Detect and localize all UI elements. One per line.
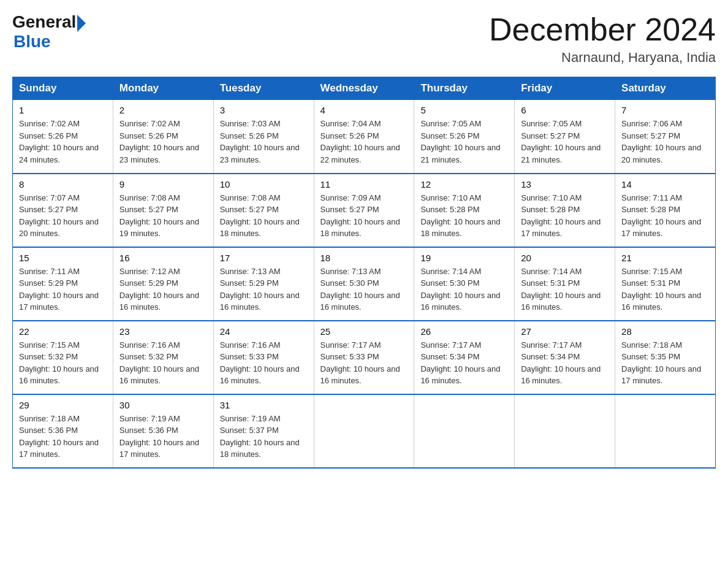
logo-general-text: General: [12, 12, 76, 32]
calendar-cell: 28 Sunrise: 7:18 AMSunset: 5:35 PMDaylig…: [615, 321, 716, 394]
day-number: 22: [19, 326, 107, 337]
calendar-cell: 18 Sunrise: 7:13 AMSunset: 5:30 PMDaylig…: [314, 247, 414, 321]
day-number: 14: [621, 179, 709, 190]
day-info: Sunrise: 7:08 AMSunset: 5:27 PMDaylight:…: [119, 193, 199, 239]
calendar-cell: [314, 394, 414, 468]
calendar-cell: 9 Sunrise: 7:08 AMSunset: 5:27 PMDayligh…: [113, 174, 213, 247]
day-number: 21: [621, 253, 709, 263]
calendar-cell: 25 Sunrise: 7:17 AMSunset: 5:33 PMDaylig…: [314, 321, 414, 394]
calendar-cell: 30 Sunrise: 7:19 AMSunset: 5:36 PMDaylig…: [113, 394, 213, 468]
day-info: Sunrise: 7:09 AMSunset: 5:27 PMDaylight:…: [320, 193, 400, 239]
day-info: Sunrise: 7:02 AMSunset: 5:26 PMDaylight:…: [19, 119, 99, 164]
calendar-cell: 1 Sunrise: 7:02 AMSunset: 5:26 PMDayligh…: [13, 100, 113, 174]
calendar-week-row: 22 Sunrise: 7:15 AMSunset: 5:32 PMDaylig…: [13, 321, 716, 394]
day-info: Sunrise: 7:04 AMSunset: 5:26 PMDaylight:…: [320, 119, 400, 164]
day-number: 17: [220, 253, 308, 263]
day-number: 30: [119, 400, 207, 410]
calendar-cell: 29 Sunrise: 7:18 AMSunset: 5:36 PMDaylig…: [13, 394, 113, 468]
day-info: Sunrise: 7:13 AMSunset: 5:29 PMDaylight:…: [220, 267, 300, 312]
day-info: Sunrise: 7:10 AMSunset: 5:28 PMDaylight:…: [420, 193, 500, 239]
calendar-cell: 24 Sunrise: 7:16 AMSunset: 5:33 PMDaylig…: [213, 321, 314, 394]
day-info: Sunrise: 7:18 AMSunset: 5:36 PMDaylight:…: [19, 414, 99, 459]
calendar-cell: 13 Sunrise: 7:10 AMSunset: 5:28 PMDaylig…: [515, 174, 615, 247]
location-title: Narnaund, Haryana, India: [489, 50, 716, 66]
day-number: 16: [119, 253, 207, 263]
day-info: Sunrise: 7:13 AMSunset: 5:30 PMDaylight:…: [320, 267, 400, 312]
weekday-header-sunday: Sunday: [13, 77, 113, 100]
calendar-cell: 8 Sunrise: 7:07 AMSunset: 5:27 PMDayligh…: [13, 174, 113, 247]
day-info: Sunrise: 7:05 AMSunset: 5:26 PMDaylight:…: [420, 119, 500, 164]
weekday-header-thursday: Thursday: [414, 77, 515, 100]
day-number: 2: [119, 105, 207, 115]
day-number: 19: [420, 253, 508, 263]
calendar-cell: 15 Sunrise: 7:11 AMSunset: 5:29 PMDaylig…: [13, 247, 113, 321]
day-info: Sunrise: 7:15 AMSunset: 5:31 PMDaylight:…: [621, 267, 701, 312]
day-info: Sunrise: 7:12 AMSunset: 5:29 PMDaylight:…: [119, 267, 199, 312]
day-number: 20: [521, 253, 609, 263]
calendar-cell: 19 Sunrise: 7:14 AMSunset: 5:30 PMDaylig…: [414, 247, 515, 321]
day-number: 23: [119, 326, 207, 337]
calendar-cell: 27 Sunrise: 7:17 AMSunset: 5:34 PMDaylig…: [515, 321, 615, 394]
day-number: 3: [220, 105, 308, 115]
day-number: 9: [119, 179, 207, 190]
day-number: 4: [320, 105, 408, 115]
calendar-cell: 22 Sunrise: 7:15 AMSunset: 5:32 PMDaylig…: [13, 321, 113, 394]
calendar-cell: 17 Sunrise: 7:13 AMSunset: 5:29 PMDaylig…: [213, 247, 314, 321]
logo: General Blue: [12, 12, 86, 52]
day-number: 6: [521, 105, 609, 115]
day-number: 24: [220, 326, 308, 337]
day-info: Sunrise: 7:05 AMSunset: 5:27 PMDaylight:…: [521, 119, 601, 164]
calendar-week-row: 15 Sunrise: 7:11 AMSunset: 5:29 PMDaylig…: [13, 247, 716, 321]
calendar-cell: 4 Sunrise: 7:04 AMSunset: 5:26 PMDayligh…: [314, 100, 414, 174]
calendar-cell: 12 Sunrise: 7:10 AMSunset: 5:28 PMDaylig…: [414, 174, 515, 247]
calendar-cell: 14 Sunrise: 7:11 AMSunset: 5:28 PMDaylig…: [615, 174, 716, 247]
day-number: 11: [320, 179, 408, 190]
day-info: Sunrise: 7:16 AMSunset: 5:33 PMDaylight:…: [220, 340, 300, 386]
calendar-cell: 26 Sunrise: 7:17 AMSunset: 5:34 PMDaylig…: [414, 321, 515, 394]
day-info: Sunrise: 7:17 AMSunset: 5:34 PMDaylight:…: [420, 340, 500, 386]
calendar-cell: 10 Sunrise: 7:08 AMSunset: 5:27 PMDaylig…: [213, 174, 314, 247]
day-info: Sunrise: 7:10 AMSunset: 5:28 PMDaylight:…: [521, 193, 601, 239]
calendar-week-row: 29 Sunrise: 7:18 AMSunset: 5:36 PMDaylig…: [13, 394, 716, 468]
day-number: 25: [320, 326, 408, 337]
day-number: 29: [19, 400, 107, 410]
calendar-cell: 7 Sunrise: 7:06 AMSunset: 5:27 PMDayligh…: [615, 100, 716, 174]
day-info: Sunrise: 7:07 AMSunset: 5:27 PMDaylight:…: [19, 193, 99, 239]
day-info: Sunrise: 7:08 AMSunset: 5:27 PMDaylight:…: [220, 193, 300, 239]
weekday-header-tuesday: Tuesday: [213, 77, 314, 100]
logo-blue-text: Blue: [13, 32, 86, 52]
calendar-cell: 11 Sunrise: 7:09 AMSunset: 5:27 PMDaylig…: [314, 174, 414, 247]
calendar-cell: 21 Sunrise: 7:15 AMSunset: 5:31 PMDaylig…: [615, 247, 716, 321]
day-info: Sunrise: 7:17 AMSunset: 5:33 PMDaylight:…: [320, 340, 400, 386]
calendar-cell: 3 Sunrise: 7:03 AMSunset: 5:26 PMDayligh…: [213, 100, 314, 174]
calendar-cell: 16 Sunrise: 7:12 AMSunset: 5:29 PMDaylig…: [113, 247, 213, 321]
calendar-cell: [615, 394, 716, 468]
day-info: Sunrise: 7:16 AMSunset: 5:32 PMDaylight:…: [119, 340, 199, 386]
day-info: Sunrise: 7:11 AMSunset: 5:29 PMDaylight:…: [19, 267, 99, 312]
day-info: Sunrise: 7:19 AMSunset: 5:36 PMDaylight:…: [119, 414, 199, 459]
day-info: Sunrise: 7:18 AMSunset: 5:35 PMDaylight:…: [621, 340, 701, 386]
weekday-header-wednesday: Wednesday: [314, 77, 414, 100]
weekday-header-monday: Monday: [113, 77, 213, 100]
calendar-week-row: 1 Sunrise: 7:02 AMSunset: 5:26 PMDayligh…: [13, 100, 716, 174]
day-number: 7: [621, 105, 709, 115]
day-number: 10: [220, 179, 308, 190]
calendar-cell: 5 Sunrise: 7:05 AMSunset: 5:26 PMDayligh…: [414, 100, 515, 174]
month-title: December 2024: [489, 12, 716, 47]
day-number: 26: [420, 326, 508, 337]
calendar-cell: 31 Sunrise: 7:19 AMSunset: 5:37 PMDaylig…: [213, 394, 314, 468]
day-number: 13: [521, 179, 609, 190]
weekday-header-row: SundayMondayTuesdayWednesdayThursdayFrid…: [13, 77, 716, 100]
logo-arrow-icon: [77, 15, 86, 32]
day-info: Sunrise: 7:11 AMSunset: 5:28 PMDaylight:…: [621, 193, 701, 239]
day-number: 27: [521, 326, 609, 337]
calendar-cell: [515, 394, 615, 468]
page-header: General Blue December 2024 Narnaund, Har…: [12, 12, 716, 66]
calendar-cell: 2 Sunrise: 7:02 AMSunset: 5:26 PMDayligh…: [113, 100, 213, 174]
calendar-cell: [414, 394, 515, 468]
calendar-table: SundayMondayTuesdayWednesdayThursdayFrid…: [12, 77, 716, 469]
day-info: Sunrise: 7:15 AMSunset: 5:32 PMDaylight:…: [19, 340, 99, 386]
day-info: Sunrise: 7:03 AMSunset: 5:26 PMDaylight:…: [220, 119, 300, 164]
day-number: 28: [621, 326, 709, 337]
day-number: 18: [320, 253, 408, 263]
